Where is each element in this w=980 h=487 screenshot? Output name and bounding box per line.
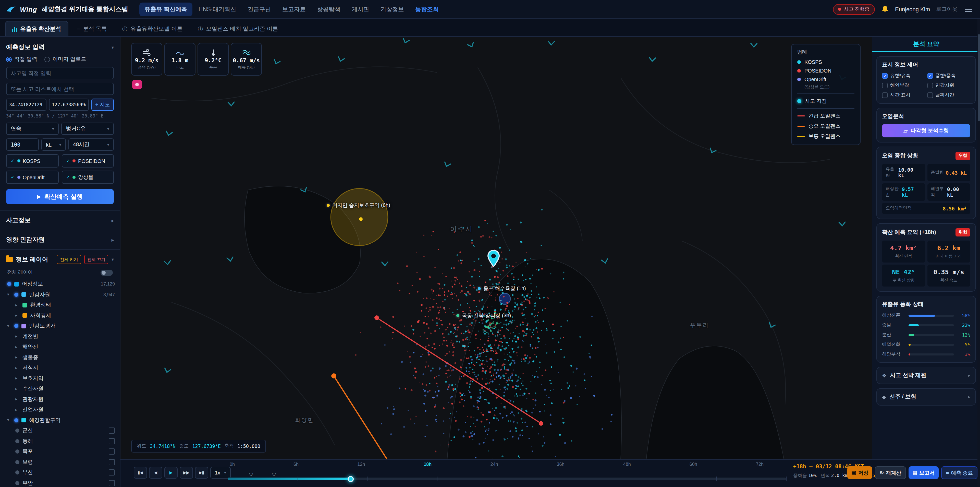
page-scrollbar[interactable] [977,19,980,487]
checkbox-datetime[interactable]: 날짜시간 [927,92,970,99]
nav-item-hns[interactable]: HNS·대기확산 [193,2,242,16]
layer-row-boryeong[interactable]: 보령 [5,457,115,467]
layer-off-dot[interactable] [15,481,19,485]
layer-row-fisheries[interactable]: 어장정보 17,129 [5,279,115,289]
nav-item-aerial-search[interactable]: 항공탐색 [312,2,345,16]
layer-row-habitat[interactable]: ▸서식지 [5,362,115,373]
model-chip-poseidon[interactable]: ✓ POSEIDON [62,154,114,168]
slider-track[interactable]: ♡ ♡ [228,477,786,480]
layer-row-mokpo[interactable]: 목포 [5,446,115,457]
region-map-icon[interactable] [109,428,115,434]
run-forecast-button[interactable]: ▶ 확산예측 실행 [6,189,114,204]
save-button[interactable]: ▣저장 [847,466,873,479]
section-accident-info[interactable]: 사고정보 ▸ [0,211,120,230]
layer-on-dot[interactable] [14,418,18,422]
layer-row-eco[interactable]: ▸ 환경생태 [5,300,115,310]
layer-row-seasonal[interactable]: ▸계절별 [5,331,115,342]
skip-end-button[interactable]: ▶▮ [195,467,208,479]
spill-type-select[interactable]: 연속▾ [6,123,59,135]
layer-row-sensitive-resources[interactable]: ▾ 민감자원 3,947 [5,289,115,300]
radio-direct-input[interactable]: 직접 입력 [6,56,37,63]
layer-off-dot[interactable] [15,429,19,433]
checkbox-wind[interactable]: 풍향/풍속 [927,72,970,79]
hamburger-menu-icon[interactable] [964,5,974,14]
layer-row-protected-area[interactable]: ▸보호지역 [5,373,115,383]
checkbox-shoreline[interactable]: 해안부착 [882,82,925,89]
model-chip-ensemble[interactable]: ✓ 앙상블 [62,171,114,184]
nav-item-oil-spill-forecast[interactable]: 유출유 확산예측 [139,2,192,16]
accident-list-input[interactable] [6,83,114,95]
region-map-icon[interactable] [109,480,115,486]
layer-row-tour-resources[interactable]: ▸관광자원 [5,394,115,404]
region-map-icon[interactable] [109,469,115,476]
layer-off-dot[interactable] [15,450,19,454]
nav-item-integrated-search[interactable]: 통합조회 [410,2,444,16]
fast-forward-button[interactable]: ▶▶ [180,467,193,479]
notification-bell-icon[interactable] [881,5,889,13]
layer-row-socioeconomic[interactable]: ▸ 사회경제 [5,310,115,321]
accident-name-input[interactable] [6,67,114,79]
layer-off-dot[interactable] [15,460,19,464]
duration-select[interactable]: 48시간▾ [68,139,114,151]
layer-row-busan[interactable]: 부산 [5,467,115,478]
layer-row-industry-resources[interactable]: ▸산업자원 [5,404,115,415]
layers-all-on-button[interactable]: 전체 켜기 [57,255,81,264]
nav-item-board[interactable]: 게시판 [347,2,374,16]
latitude-input[interactable] [6,99,46,111]
section-impact-resources[interactable]: 영향 민감자원 ▸ [0,230,120,250]
slider-handle[interactable] [347,476,353,482]
layer-row-donghae[interactable]: 동해 [5,436,115,446]
polygon-analysis-button[interactable]: ▱ 다각형 분석수행 [882,124,970,137]
scrollbar-thumb[interactable] [978,34,980,121]
layer-row-coastline[interactable]: ▸해안선 [5,342,115,352]
skip-start-button[interactable]: ▮◀ [134,467,147,479]
all-layers-toggle[interactable] [100,270,113,276]
layer-on-dot[interactable] [7,282,11,286]
recalculate-button[interactable]: ↻재계산 [875,466,906,479]
region-map-icon[interactable] [109,459,115,465]
checkbox-current[interactable]: 유향/유속 [882,72,925,79]
layer-row-species[interactable]: ▸생물종 [5,352,115,362]
end-forecast-button[interactable]: ■예측 종료 [941,466,977,479]
tab-diffusion-model-theory[interactable]: ⓘ 유출유확산모델 이론 [116,21,189,36]
layer-row-sensitivity-eval[interactable]: ▾ 민감도평가 [5,321,115,331]
map-canvas[interactable]: 9.2 m/s 풍속 (SW) 1.8 m 파고 9.2°C 수온 [121,37,872,460]
vessel-info-card[interactable]: ❖ 사고 선박 제원 ▸ [877,367,976,384]
forecast-input-header[interactable]: 예측정보 입력 ▾ [6,41,114,56]
unit-select[interactable]: kL▾ [41,139,66,151]
tab-boom-algorithm-theory[interactable]: ⓘ 오일펜스 배치 알고리즘 이론 [191,21,285,36]
layer-row-buan[interactable]: 부안 [5,478,115,487]
layer-row-coast-guard-zones[interactable]: ▾ 해경관할구역 [5,415,115,425]
longitude-input[interactable] [49,99,89,111]
tab-analysis-list[interactable]: ≡ 분석 목록 [70,21,114,36]
incident-location-pin[interactable] [487,249,501,270]
step-back-button[interactable]: ◀ [149,467,162,479]
pick-on-map-button[interactable]: ⌖ 지도 [91,99,114,111]
nav-item-reports[interactable]: 보고자료 [277,2,311,16]
play-button[interactable]: ▶ [164,467,178,479]
nav-item-rescue[interactable]: 긴급구난 [242,2,276,16]
app-logo[interactable]: Wing 해양환경 위기대응 통합시스템 [6,5,128,14]
layer-row-fishery-resources[interactable]: ▸수산자원 [5,383,115,394]
radio-image-upload[interactable]: 이미지 업로드 [45,56,86,63]
amount-input[interactable] [6,139,39,151]
map-style-toggle-button[interactable] [132,80,142,89]
layers-all-off-button[interactable]: 전체 끄기 [84,255,108,264]
oil-type-select[interactable]: 벙커C유▾ [61,123,114,135]
logout-button[interactable]: 로그아웃 [936,6,958,13]
tab-diffusion-analysis[interactable]: 유출유 확산분석 [5,21,68,36]
report-button[interactable]: ▤보고서 [908,466,939,479]
checkbox-sensitive[interactable]: 민감자원 [927,82,970,89]
region-map-icon[interactable] [109,438,115,444]
time-slider[interactable]: ♡ ♡ [228,475,786,482]
layer-row-gunsan[interactable]: 군산 [5,425,115,436]
panel-title[interactable]: 분석 요약 [872,37,980,52]
model-chip-opendrift[interactable]: ✓ OpenDrift [6,171,59,184]
layer-off-dot[interactable] [15,439,19,443]
checkbox-time[interactable]: 시간 표시 [882,92,925,99]
layer-on-dot[interactable] [14,324,18,328]
nav-item-weather[interactable]: 기상정보 [375,2,409,16]
owner-insurance-card[interactable]: ◆ 선주 / 보험 ▸ [877,388,976,406]
region-map-icon[interactable] [109,449,115,455]
layer-off-dot[interactable] [15,471,19,475]
